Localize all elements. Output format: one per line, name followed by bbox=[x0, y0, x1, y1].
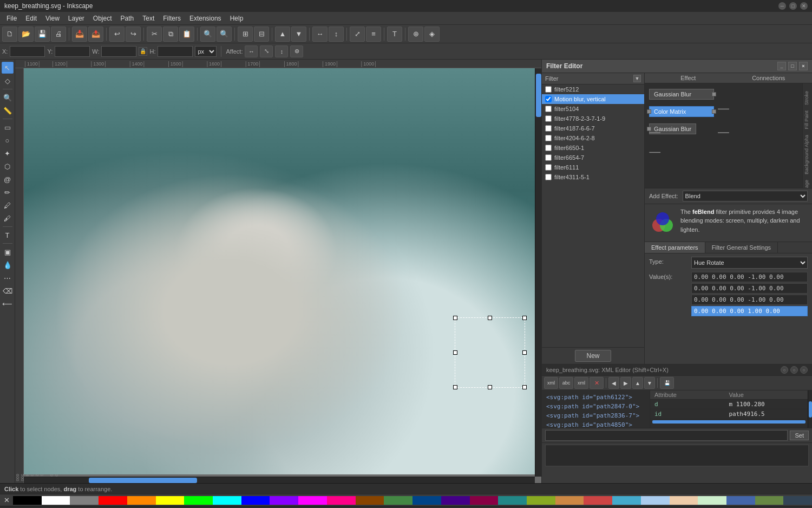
v-scrollthumb[interactable] bbox=[536, 74, 541, 117]
spray-tool[interactable]: ⋯ bbox=[2, 272, 14, 284]
swatch-purple[interactable] bbox=[270, 496, 298, 505]
xml-close[interactable]: ○ bbox=[800, 366, 808, 374]
menu-filters[interactable]: Filters bbox=[159, 14, 185, 23]
xml-nav-next[interactable]: ▶ bbox=[620, 377, 631, 389]
text-tool[interactable]: T bbox=[2, 229, 14, 241]
lower-button[interactable]: ▼ bbox=[291, 27, 306, 42]
handle-bl[interactable] bbox=[453, 385, 457, 389]
dropper-tool[interactable]: 💧 bbox=[2, 259, 14, 271]
filter-checkbox-filter5104[interactable] bbox=[545, 106, 552, 112]
canvas-content[interactable] bbox=[24, 68, 541, 474]
swatch-gray[interactable] bbox=[70, 496, 99, 505]
xml-node-path6122[interactable]: <svg:path id="path6122"> bbox=[542, 393, 650, 402]
affect-btn2[interactable]: ⤡ bbox=[260, 45, 273, 57]
transform-button[interactable]: ⤢ bbox=[350, 27, 365, 42]
minimize-button[interactable]: ─ bbox=[778, 2, 786, 10]
close-button[interactable]: ✕ bbox=[800, 2, 808, 10]
lock-aspect-button[interactable]: 🔒 bbox=[139, 47, 147, 56]
swatch-red[interactable] bbox=[99, 496, 127, 505]
matrix-row-3[interactable]: 0.00 0.00 0.00 1.00 0.00 bbox=[691, 306, 808, 316]
add-effect-select[interactable]: Blend ColorMatrix GaussianBlur Merge bbox=[683, 191, 808, 201]
new-button[interactable]: 🗋 bbox=[2, 27, 17, 42]
units-select[interactable]: px mm cm bbox=[195, 46, 217, 57]
view-zoom-button[interactable]: ⊕ bbox=[408, 27, 423, 42]
xml-btn-save[interactable]: 💾 bbox=[660, 377, 674, 389]
y-input[interactable]: -16.825 bbox=[55, 46, 90, 57]
filter-item-filter4311[interactable]: filter4311-5-1 bbox=[542, 172, 644, 182]
3d-tool[interactable]: ⬡ bbox=[2, 160, 14, 172]
filter-item-motion-blur-vertical[interactable]: Motion blur, vertical bbox=[542, 94, 644, 104]
handle-tm[interactable] bbox=[488, 316, 492, 320]
attr-scrollbar[interactable] bbox=[652, 420, 806, 424]
matrix-row-0[interactable]: 0.00 0.00 0.00 -1.00 0.00 bbox=[691, 272, 808, 282]
filter-item-filter4187[interactable]: filter4187-6-6-7 bbox=[542, 123, 644, 133]
filter-checkbox-filter6650[interactable] bbox=[545, 145, 552, 151]
menu-help[interactable]: Help bbox=[226, 14, 248, 23]
handle-tr[interactable] bbox=[522, 316, 527, 320]
filter-checkbox-filter4204[interactable] bbox=[545, 135, 552, 141]
spiral-tool[interactable]: @ bbox=[2, 173, 14, 185]
xml-btn-node[interactable]: xml bbox=[544, 377, 558, 389]
x-input[interactable]: 869.354 bbox=[10, 46, 45, 57]
select-tool[interactable]: ↖ bbox=[2, 62, 14, 74]
zoom-in-button[interactable]: 🔍 bbox=[200, 27, 215, 42]
open-button[interactable]: 📂 bbox=[18, 27, 34, 42]
menu-path[interactable]: Path bbox=[116, 14, 139, 23]
tab-effect-parameters[interactable]: Effect parameters bbox=[645, 242, 705, 253]
xml-btn-text[interactable]: abc bbox=[559, 377, 573, 389]
node-tool[interactable]: ◇ bbox=[2, 75, 14, 87]
swatch-tan[interactable] bbox=[555, 496, 584, 505]
xml-value-textarea[interactable] bbox=[545, 445, 809, 466]
no-color-button[interactable]: ✕ bbox=[2, 496, 11, 505]
rect-tool[interactable]: ▭ bbox=[2, 121, 14, 133]
swatch-brown[interactable] bbox=[356, 496, 384, 505]
swatch-olive[interactable] bbox=[755, 496, 784, 505]
effect-node-gaussian1[interactable]: Gaussian Blur bbox=[649, 89, 714, 100]
zoom-tool[interactable]: 🔍 bbox=[2, 92, 14, 103]
xml-attr-d[interactable]: d m 1100.280 bbox=[650, 400, 808, 409]
filter-checkbox-filter4187[interactable] bbox=[545, 125, 552, 132]
filter-item-filter5212[interactable]: filter5212 bbox=[542, 84, 644, 94]
redo-button[interactable]: ↪ bbox=[126, 27, 141, 42]
w-input[interactable]: 252.214 bbox=[101, 46, 136, 57]
handle-br[interactable] bbox=[522, 385, 527, 389]
flip-v-button[interactable]: ↕ bbox=[329, 27, 344, 42]
menu-object[interactable]: Object bbox=[89, 14, 116, 23]
handle-lm[interactable] bbox=[453, 350, 457, 355]
xml-scrollthumb[interactable] bbox=[809, 401, 812, 418]
pencil-tool[interactable]: ✏ bbox=[2, 186, 14, 198]
handle-rm[interactable] bbox=[522, 350, 527, 355]
group-button[interactable]: ⊞ bbox=[238, 27, 253, 42]
ungroup-button[interactable]: ⊟ bbox=[254, 27, 269, 42]
menu-extensions[interactable]: Extensions bbox=[185, 14, 226, 23]
new-filter-button[interactable]: New bbox=[575, 350, 611, 362]
swatch-lime[interactable] bbox=[527, 496, 555, 505]
swatch-lightgreen[interactable] bbox=[698, 496, 726, 505]
swatch-teal[interactable] bbox=[498, 496, 527, 505]
swatch-peach[interactable] bbox=[670, 496, 698, 505]
align-button[interactable]: ≡ bbox=[366, 27, 381, 42]
port-colormatrix-right[interactable] bbox=[712, 109, 716, 114]
swatch-black[interactable] bbox=[13, 496, 42, 505]
paste-button[interactable]: 📋 bbox=[179, 27, 194, 42]
xml-btn-delete[interactable]: ✕ bbox=[590, 377, 604, 389]
filter-item-filter6111[interactable]: filter6111 bbox=[542, 162, 644, 172]
h-scrollthumb[interactable] bbox=[89, 478, 197, 483]
xml-nav-up[interactable]: ▲ bbox=[632, 377, 643, 389]
swatch-pink[interactable] bbox=[327, 496, 356, 505]
affect-btn3[interactable]: ↕ bbox=[275, 45, 288, 57]
swatch-darkpurple[interactable] bbox=[441, 496, 470, 505]
effect-node-colormatrix[interactable]: Color Matrix bbox=[649, 106, 714, 117]
swatch-darkblue[interactable] bbox=[412, 496, 441, 505]
xml-set-button[interactable]: Set bbox=[790, 431, 809, 440]
swatch-white[interactable] bbox=[42, 496, 70, 505]
port-colormatrix-left[interactable] bbox=[647, 109, 651, 114]
undo-button[interactable]: ↩ bbox=[109, 27, 125, 42]
h-scrollbar[interactable] bbox=[24, 477, 535, 483]
measure-tool[interactable]: 📏 bbox=[2, 105, 14, 116]
swatch-skyblue[interactable] bbox=[612, 496, 641, 505]
filter-checkbox-filter6111[interactable] bbox=[545, 164, 552, 171]
xml-btn-code[interactable]: xml bbox=[574, 377, 588, 389]
xml-minimize[interactable]: ○ bbox=[781, 366, 788, 374]
fe-close[interactable]: × bbox=[799, 62, 808, 70]
